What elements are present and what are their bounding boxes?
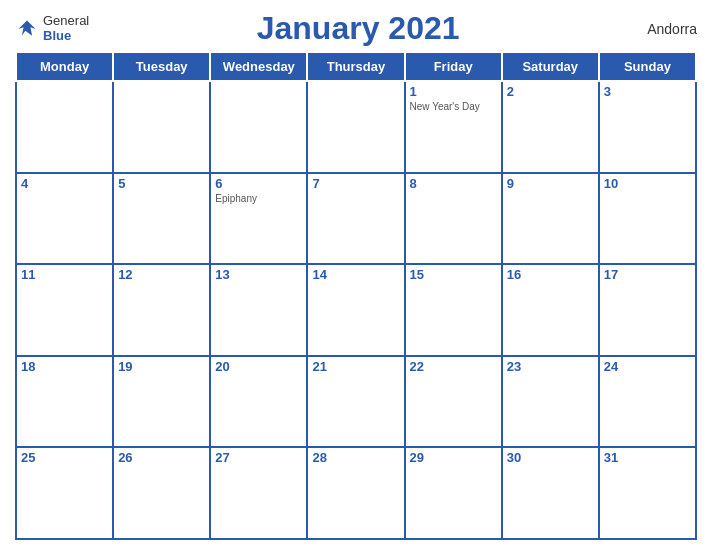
day-number: 1 [410, 84, 497, 99]
logo: General Blue [15, 14, 89, 43]
day-number: 22 [410, 359, 497, 374]
calendar-cell: 11 [16, 264, 113, 356]
calendar-cell: 5 [113, 173, 210, 265]
calendar-cell: 10 [599, 173, 696, 265]
day-number: 26 [118, 450, 205, 465]
day-number: 28 [312, 450, 399, 465]
calendar-cell: 13 [210, 264, 307, 356]
day-number: 18 [21, 359, 108, 374]
day-number: 8 [410, 176, 497, 191]
day-number: 5 [118, 176, 205, 191]
col-tuesday: Tuesday [113, 52, 210, 81]
calendar-body: 1New Year's Day23456Epiphany789101112131… [16, 81, 696, 539]
calendar-cell: 26 [113, 447, 210, 539]
calendar-week-2: 456Epiphany78910 [16, 173, 696, 265]
col-monday: Monday [16, 52, 113, 81]
calendar-cell: 3 [599, 81, 696, 173]
day-number: 4 [21, 176, 108, 191]
day-number: 24 [604, 359, 691, 374]
calendar-cell [210, 81, 307, 173]
calendar-cell: 7 [307, 173, 404, 265]
calendar-title: January 2021 [89, 10, 627, 47]
calendar-week-4: 18192021222324 [16, 356, 696, 448]
day-number: 3 [604, 84, 691, 99]
calendar-cell: 27 [210, 447, 307, 539]
day-number: 2 [507, 84, 594, 99]
day-number: 23 [507, 359, 594, 374]
calendar-cell: 4 [16, 173, 113, 265]
calendar-cell: 24 [599, 356, 696, 448]
col-sunday: Sunday [599, 52, 696, 81]
day-number: 16 [507, 267, 594, 282]
day-number: 11 [21, 267, 108, 282]
day-number: 30 [507, 450, 594, 465]
day-number: 15 [410, 267, 497, 282]
calendar-cell: 20 [210, 356, 307, 448]
logo-text: General Blue [43, 14, 89, 43]
calendar-cell: 12 [113, 264, 210, 356]
day-number: 31 [604, 450, 691, 465]
logo-general: General [43, 14, 89, 28]
calendar-cell: 2 [502, 81, 599, 173]
day-number: 12 [118, 267, 205, 282]
days-of-week-row: Monday Tuesday Wednesday Thursday Friday… [16, 52, 696, 81]
calendar-cell: 28 [307, 447, 404, 539]
day-number: 10 [604, 176, 691, 191]
day-number: 25 [21, 450, 108, 465]
col-thursday: Thursday [307, 52, 404, 81]
calendar-week-1: 1New Year's Day23 [16, 81, 696, 173]
calendar-cell: 1New Year's Day [405, 81, 502, 173]
calendar-cell: 15 [405, 264, 502, 356]
col-saturday: Saturday [502, 52, 599, 81]
calendar-cell: 29 [405, 447, 502, 539]
col-friday: Friday [405, 52, 502, 81]
day-number: 20 [215, 359, 302, 374]
calendar-cell: 6Epiphany [210, 173, 307, 265]
logo-blue: Blue [43, 29, 89, 43]
day-number: 21 [312, 359, 399, 374]
country-label: Andorra [627, 21, 697, 37]
day-number: 9 [507, 176, 594, 191]
day-number: 19 [118, 359, 205, 374]
calendar-week-5: 25262728293031 [16, 447, 696, 539]
calendar-cell: 14 [307, 264, 404, 356]
bird-icon [15, 17, 39, 41]
calendar-week-3: 11121314151617 [16, 264, 696, 356]
day-number: 29 [410, 450, 497, 465]
day-number: 13 [215, 267, 302, 282]
calendar-cell: 18 [16, 356, 113, 448]
calendar-cell [113, 81, 210, 173]
calendar-cell [16, 81, 113, 173]
calendar-cell: 30 [502, 447, 599, 539]
calendar-cell: 31 [599, 447, 696, 539]
calendar-cell: 19 [113, 356, 210, 448]
calendar-cell: 8 [405, 173, 502, 265]
day-number: 27 [215, 450, 302, 465]
col-wednesday: Wednesday [210, 52, 307, 81]
day-number: 7 [312, 176, 399, 191]
calendar-cell: 21 [307, 356, 404, 448]
calendar-cell: 9 [502, 173, 599, 265]
page-header: General Blue January 2021 Andorra [15, 10, 697, 47]
holiday-name: Epiphany [215, 193, 302, 204]
day-number: 17 [604, 267, 691, 282]
calendar-table: Monday Tuesday Wednesday Thursday Friday… [15, 51, 697, 540]
calendar-cell: 23 [502, 356, 599, 448]
calendar-cell [307, 81, 404, 173]
calendar-cell: 22 [405, 356, 502, 448]
holiday-name: New Year's Day [410, 101, 497, 112]
day-number: 14 [312, 267, 399, 282]
calendar-cell: 17 [599, 264, 696, 356]
calendar-cell: 25 [16, 447, 113, 539]
day-number: 6 [215, 176, 302, 191]
calendar-cell: 16 [502, 264, 599, 356]
svg-marker-0 [18, 20, 35, 35]
